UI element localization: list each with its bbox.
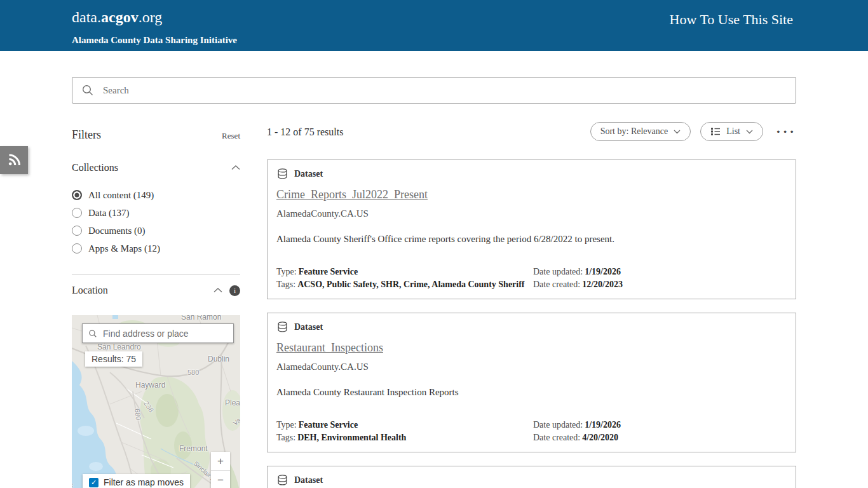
search-bar [72, 77, 796, 104]
result-card: Dataset Restaurant_Inspections AlamedaCo… [267, 313, 796, 452]
how-to-use-link[interactable]: How To Use This Site [670, 11, 793, 28]
dataset-description: Alameda County Sheriff's Office crime re… [276, 234, 787, 245]
radio-documents[interactable]: Documents (0) [72, 222, 240, 240]
map-label-shore: ooc [72, 482, 73, 488]
radio-icon [72, 190, 82, 200]
dataset-tags: DEH, Environmental Health [295, 433, 406, 442]
view-mode-dropdown[interactable]: List [700, 122, 763, 141]
date-created: 4/20/2020 [580, 433, 618, 442]
content-type-badge: Dataset [294, 322, 323, 332]
more-options-button[interactable]: ••• [776, 127, 796, 137]
map-results-count: Results: 75 [85, 351, 142, 367]
dataset-description: Alameda County Restaurant Inspection Rep… [276, 387, 787, 398]
site-header: data.acgov.org Alameda County Data Shari… [0, 0, 868, 51]
date-updated: 1/19/2026 [583, 420, 621, 430]
map-find-address-box [82, 323, 234, 343]
result-card: Dataset Crime_Reports_Jul2022_Present Al… [267, 159, 796, 299]
radio-icon [72, 208, 82, 218]
filters-sidebar: Filters Reset Collections All content (1… [72, 121, 240, 488]
radio-data[interactable]: Data (137) [72, 204, 240, 222]
map-find-address-input[interactable] [103, 329, 227, 339]
search-input[interactable] [103, 85, 787, 96]
filter-as-map-moves-label: Filter as map moves [104, 477, 184, 487]
filters-title: Filters [72, 128, 101, 142]
dataset-source: AlamedaCounty.CA.US [276, 362, 787, 372]
date-created: 12/20/2023 [580, 280, 623, 289]
location-collapse-button[interactable] [214, 288, 222, 293]
map-label-san-leandro: San Leandro [97, 342, 141, 351]
chevron-up-icon [214, 288, 222, 293]
radio-all-content[interactable]: All content (149) [72, 186, 240, 204]
collections-section-title: Collections [72, 162, 118, 173]
dataset-tags: ACSO, Public Safety, SHR, Crime, Alameda… [295, 280, 524, 289]
rss-icon [6, 152, 22, 168]
map-label-pleasanton: Plea [225, 398, 240, 407]
chevron-down-icon [674, 130, 681, 134]
map-zoom-out-button[interactable]: − [211, 471, 230, 488]
page: data.acgov.org Alameda County Data Shari… [0, 0, 868, 488]
location-info-icon[interactable]: i [229, 285, 240, 296]
search-icon [81, 84, 94, 97]
map-label-hayward: Hayward [135, 381, 165, 390]
site-tagline: Alameda County Data Sharing Initiative [72, 35, 237, 46]
location-map[interactable]: San Ramon San Leandro Dublin 580 Hayward… [72, 315, 240, 488]
dataset-icon [276, 321, 288, 333]
content-type-badge: Dataset [294, 475, 323, 485]
site-logo[interactable]: data.acgov.org [72, 9, 162, 26]
checkbox-icon [89, 478, 98, 487]
map-label-dublin: Dublin [208, 355, 229, 363]
map-zoom-in-button[interactable]: + [211, 452, 230, 471]
dataset-type: Feature Service [297, 420, 358, 430]
content-type-badge: Dataset [294, 169, 323, 179]
map-label-san-ramon: San Ramon [181, 315, 221, 322]
filter-as-map-moves-toggle[interactable]: Filter as map moves [83, 474, 190, 488]
section-divider [72, 274, 240, 275]
map-label-hwy-680: 680 [133, 408, 142, 421]
date-updated: 1/19/2026 [583, 267, 621, 276]
dataset-icon [276, 474, 288, 486]
reset-filters-button[interactable]: Reset [222, 131, 240, 141]
results-count-text: 1 - 12 of 75 results [267, 126, 343, 138]
sort-by-dropdown[interactable]: Sort by: Relevance [590, 122, 691, 141]
map-label-fremont: Fremont [179, 444, 208, 453]
dataset-source: AlamedaCounty.CA.US [276, 208, 787, 219]
result-card: Dataset [267, 466, 796, 488]
chevron-up-icon [231, 165, 240, 170]
dataset-type: Feature Service [297, 267, 358, 276]
radio-icon [72, 226, 82, 236]
chevron-down-icon [746, 130, 753, 134]
search-icon [88, 329, 97, 338]
radio-icon [72, 243, 82, 254]
list-view-icon [710, 127, 721, 136]
dataset-title-link[interactable]: Crime_Reports_Jul2022_Present [276, 188, 428, 201]
location-section-title: Location [72, 285, 108, 296]
map-label-hwy-580: 580 [187, 369, 199, 376]
dataset-title-link[interactable]: Restaurant_Inspections [276, 341, 383, 355]
rss-feed-button[interactable] [0, 146, 28, 174]
collections-options: All content (149) Data (137) Documents (… [72, 186, 240, 257]
dataset-icon [276, 168, 288, 180]
radio-apps-maps[interactable]: Apps & Maps (12) [72, 240, 240, 257]
map-zoom-controls: + − [211, 452, 230, 488]
collections-collapse-button[interactable] [231, 165, 240, 170]
results-panel: 1 - 12 of 75 results Sort by: Relevance [267, 121, 796, 488]
